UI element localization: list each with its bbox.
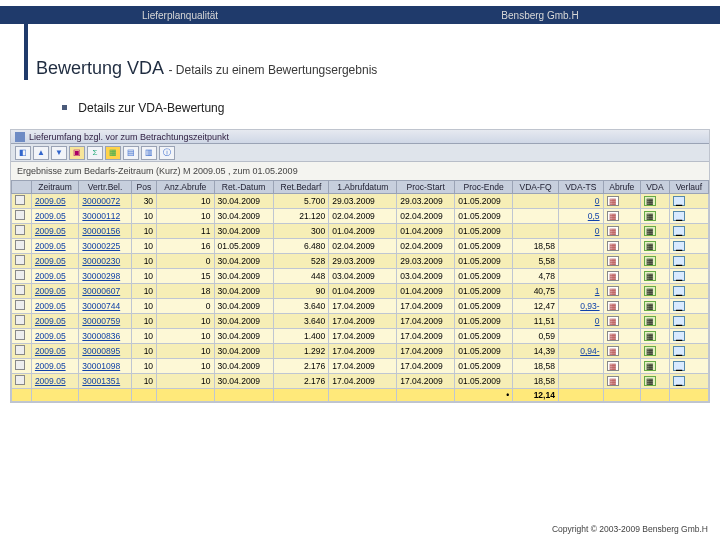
- column-header[interactable]: Proc-Start: [397, 181, 455, 194]
- table-row[interactable]: 2009.0530000156101130.04.200930001.04.20…: [12, 224, 709, 239]
- table-row[interactable]: 2009.0530000072301030.04.20095.70029.03.…: [12, 194, 709, 209]
- row-selector-cell[interactable]: [12, 329, 32, 344]
- calendar-icon[interactable]: ▦: [607, 271, 619, 281]
- cell-zeitraum[interactable]: 2009.05: [31, 224, 78, 239]
- grid-icon[interactable]: ▦: [644, 256, 656, 266]
- row-selector-icon[interactable]: [15, 240, 25, 250]
- row-selector-icon[interactable]: [15, 375, 25, 385]
- table-row[interactable]: 2009.053000074410030.04.20093.64017.04.2…: [12, 299, 709, 314]
- table-row[interactable]: 2009.0530001351101030.04.20092.17617.04.…: [12, 374, 709, 389]
- table-row[interactable]: 2009.0530000298101530.04.200944803.04.20…: [12, 269, 709, 284]
- cell-verlauf[interactable]: ▁: [669, 299, 708, 314]
- table-row[interactable]: 2009.0530001098101030.04.20092.17617.04.…: [12, 359, 709, 374]
- cell-abrufe[interactable]: ▦: [603, 254, 641, 269]
- cell-vda-ts[interactable]: 1: [558, 284, 603, 299]
- cell-verlauf[interactable]: ▁: [669, 359, 708, 374]
- chart-icon[interactable]: ▁: [673, 316, 685, 326]
- cell-vda-ts[interactable]: 0,5: [558, 209, 603, 224]
- cell-vda[interactable]: ▦: [641, 239, 670, 254]
- table-row[interactable]: 2009.0530000836101030.04.20091.40017.04.…: [12, 329, 709, 344]
- cell-verlauf[interactable]: ▁: [669, 239, 708, 254]
- column-header[interactable]: Proc-Ende: [455, 181, 513, 194]
- cell-vda-ts[interactable]: [558, 329, 603, 344]
- cell-vertrbel[interactable]: 30000225: [79, 239, 131, 254]
- calendar-icon[interactable]: ▦: [607, 316, 619, 326]
- cell-vda[interactable]: ▦: [641, 209, 670, 224]
- grid-icon[interactable]: ▦: [644, 301, 656, 311]
- toolbar-graphic-button[interactable]: ▥: [141, 146, 157, 160]
- toolbar-sum-button[interactable]: Σ: [87, 146, 103, 160]
- chart-icon[interactable]: ▁: [673, 271, 685, 281]
- cell-zeitraum[interactable]: 2009.05: [31, 374, 78, 389]
- cell-vda[interactable]: ▦: [641, 284, 670, 299]
- row-selector-icon[interactable]: [15, 195, 25, 205]
- cell-vda-ts[interactable]: 0,94-: [558, 344, 603, 359]
- table-row[interactable]: 2009.053000023010030.04.200952829.03.200…: [12, 254, 709, 269]
- row-selector-icon[interactable]: [15, 330, 25, 340]
- cell-verlauf[interactable]: ▁: [669, 254, 708, 269]
- row-selector-cell[interactable]: [12, 254, 32, 269]
- chart-icon[interactable]: ▁: [673, 361, 685, 371]
- cell-abrufe[interactable]: ▦: [603, 374, 641, 389]
- cell-verlauf[interactable]: ▁: [669, 314, 708, 329]
- cell-vda-ts[interactable]: 0: [558, 224, 603, 239]
- cell-vda[interactable]: ▦: [641, 359, 670, 374]
- cell-vda-ts[interactable]: [558, 254, 603, 269]
- grid-icon[interactable]: ▦: [644, 361, 656, 371]
- cell-zeitraum[interactable]: 2009.05: [31, 284, 78, 299]
- grid-icon[interactable]: ▦: [644, 196, 656, 206]
- column-header[interactable]: VDA-FQ: [513, 181, 559, 194]
- grid-icon[interactable]: ▦: [644, 226, 656, 236]
- cell-vda[interactable]: ▦: [641, 344, 670, 359]
- row-selector-cell[interactable]: [12, 269, 32, 284]
- cell-verlauf[interactable]: ▁: [669, 344, 708, 359]
- cell-verlauf[interactable]: ▁: [669, 329, 708, 344]
- cell-zeitraum[interactable]: 2009.05: [31, 329, 78, 344]
- cell-abrufe[interactable]: ▦: [603, 269, 641, 284]
- calendar-icon[interactable]: ▦: [607, 376, 619, 386]
- cell-zeitraum[interactable]: 2009.05: [31, 269, 78, 284]
- cell-abrufe[interactable]: ▦: [603, 209, 641, 224]
- calendar-icon[interactable]: ▦: [607, 346, 619, 356]
- column-header[interactable]: [12, 181, 32, 194]
- calendar-icon[interactable]: ▦: [607, 241, 619, 251]
- column-header[interactable]: 1.Abrufdatum: [329, 181, 397, 194]
- cell-vda[interactable]: ▦: [641, 329, 670, 344]
- cell-vertrbel[interactable]: 30000112: [79, 209, 131, 224]
- row-selector-icon[interactable]: [15, 360, 25, 370]
- cell-vda-ts[interactable]: [558, 269, 603, 284]
- table-row[interactable]: 2009.0530000759101030.04.20093.64017.04.…: [12, 314, 709, 329]
- cell-vertrbel[interactable]: 30001098: [79, 359, 131, 374]
- cell-vertrbel[interactable]: 30000298: [79, 269, 131, 284]
- cell-abrufe[interactable]: ▦: [603, 344, 641, 359]
- row-selector-icon[interactable]: [15, 315, 25, 325]
- row-selector-cell[interactable]: [12, 344, 32, 359]
- grid-icon[interactable]: ▦: [644, 271, 656, 281]
- column-header[interactable]: Vertr.Bel.: [79, 181, 131, 194]
- row-selector-cell[interactable]: [12, 224, 32, 239]
- grid-icon[interactable]: ▦: [644, 211, 656, 221]
- cell-vertrbel[interactable]: 30000836: [79, 329, 131, 344]
- row-selector-cell[interactable]: [12, 284, 32, 299]
- toolbar-sort-asc-button[interactable]: ▲: [33, 146, 49, 160]
- column-header[interactable]: Abrufe: [603, 181, 641, 194]
- row-selector-icon[interactable]: [15, 345, 25, 355]
- calendar-icon[interactable]: ▦: [607, 331, 619, 341]
- column-header[interactable]: VDA: [641, 181, 670, 194]
- toolbar-info-button[interactable]: ⓘ: [159, 146, 175, 160]
- cell-zeitraum[interactable]: 2009.05: [31, 314, 78, 329]
- cell-vertrbel[interactable]: 30000230: [79, 254, 131, 269]
- row-selector-cell[interactable]: [12, 299, 32, 314]
- column-header[interactable]: Ret.Bedarf: [273, 181, 329, 194]
- cell-abrufe[interactable]: ▦: [603, 329, 641, 344]
- cell-vda[interactable]: ▦: [641, 374, 670, 389]
- cell-vda-ts[interactable]: 0: [558, 194, 603, 209]
- cell-vda[interactable]: ▦: [641, 224, 670, 239]
- table-row[interactable]: 2009.0530000225101601.05.20096.48002.04.…: [12, 239, 709, 254]
- cell-vertrbel[interactable]: 30000156: [79, 224, 131, 239]
- cell-vda[interactable]: ▦: [641, 299, 670, 314]
- cell-zeitraum[interactable]: 2009.05: [31, 194, 78, 209]
- row-selector-icon[interactable]: [15, 225, 25, 235]
- chart-icon[interactable]: ▁: [673, 241, 685, 251]
- grid-icon[interactable]: ▦: [644, 286, 656, 296]
